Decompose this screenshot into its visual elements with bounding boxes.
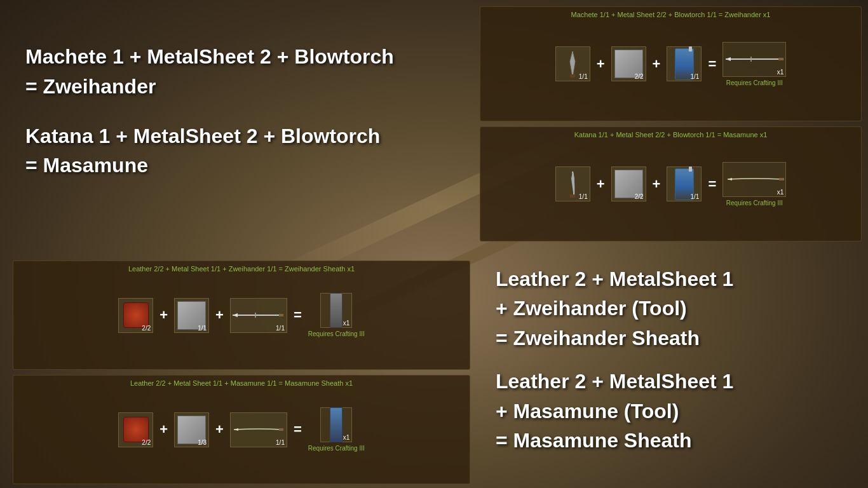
zweihander-sheath-count: x1 [343, 320, 350, 327]
metalsheet-count-3: 1/1 [198, 325, 207, 332]
zweihander-sheath-ingredients: 2/2 + 1/1 + [20, 278, 463, 353]
equals-2: = [708, 176, 716, 193]
masamune-sheath-result: x1 Requires Crafting III [308, 407, 365, 452]
equals-1: = [708, 56, 716, 72]
top-right-panels: Machete 1/1 + Metal Sheet 2/2 + Blowtorc… [477, 0, 868, 248]
metalsheet-ingredient-2: 2/2 [611, 166, 646, 201]
blowtorch-ingredient-1: 1/1 [667, 46, 702, 81]
svg-rect-13 [279, 314, 283, 316]
metalsheet-icon-box-1: 2/2 [611, 46, 646, 81]
sheath-recipe2-line1: Leather 2 + MetalSheet 1 [496, 369, 855, 393]
bottom-right-text: Leather 2 + MetalSheet 1 + Zweihander (T… [477, 254, 868, 488]
svg-marker-15 [234, 428, 238, 431]
svg-rect-16 [279, 428, 283, 431]
top-left-text: Machete 1 + MetalSheet 2 + Blowtorch = Z… [0, 0, 477, 248]
masamune-recipe-panel: Katana 1/1 + Metal Sheet 2/2 + Blowtorch… [480, 126, 862, 241]
metalsheet-icon-box-3: 1/1 [174, 298, 209, 333]
zweihander-tool-icon [231, 309, 285, 321]
zweihander-tool-count: 1/1 [276, 325, 285, 332]
recipe1-line2: = Zweihander [25, 74, 464, 98]
masamune-result-count: x1 [777, 189, 784, 196]
plus-1: + [597, 56, 605, 72]
blowtorch-count-2: 1/1 [691, 193, 700, 200]
masamune-ingredients: 1/1 + 2/2 + [487, 144, 855, 224]
masamune-sheath-title: Leather 2/2 + Metal Sheet 1/1 + Masamune… [20, 379, 463, 387]
blowtorch-ingredient-2: 1/1 [667, 166, 702, 201]
machete-count: 1/1 [579, 73, 588, 80]
svg-rect-8 [570, 194, 575, 198]
svg-rect-5 [778, 58, 783, 60]
sheath-recipe1-line1: Leather 2 + MetalSheet 1 [496, 267, 855, 291]
sheath-recipe1-line3: = Zweihander Sheath [496, 326, 855, 350]
svg-marker-9 [728, 178, 732, 180]
plus-5: + [159, 307, 168, 323]
masamune-result-icon: x1 [722, 162, 786, 197]
leather-icon-box-2: 2/2 [118, 412, 153, 447]
zweihander-result-icon: x1 [722, 42, 786, 77]
plus-2: + [653, 56, 661, 72]
masamune-tool-count: 1/1 [276, 439, 285, 446]
masamune-requires: Requires Crafting III [726, 200, 783, 207]
masamune-sheath-ingredients: 2/2 + 1/3 + [20, 392, 463, 467]
metalsheet-icon-box-2: 2/2 [611, 166, 646, 201]
zweihander-sheath-requires: Requires Crafting III [308, 330, 365, 337]
svg-rect-2 [570, 74, 575, 78]
masamune-sheath-panel: Leather 2/2 + Metal Sheet 1/1 + Masamune… [13, 375, 470, 484]
masamune-sheath-result-icon: x1 [320, 407, 352, 442]
zweihander-tool-ingredient: 1/1 [230, 298, 287, 333]
svg-marker-1 [570, 51, 575, 77]
plus-6: + [215, 307, 224, 323]
svg-marker-4 [726, 57, 731, 61]
zweihander-sheath-result-icon: x1 [320, 293, 352, 328]
masamune-tool-icon-box: 1/1 [230, 412, 287, 447]
svg-marker-12 [233, 313, 238, 317]
zweihander-sheath-panel: Leather 2/2 + Metal Sheet 1/1 + Zweihand… [13, 261, 470, 370]
sheath-recipe1-line2: + Zweihander (Tool) [496, 296, 855, 320]
plus-4: + [653, 176, 661, 193]
recipe2-line1: Katana 1 + MetalSheet 2 + Blowtorch [25, 124, 464, 148]
plus-7: + [159, 421, 168, 438]
leather-ingredient-2: 2/2 [118, 412, 153, 447]
blowtorch-count-1: 1/1 [691, 73, 700, 80]
zweihander-result-count: x1 [777, 69, 784, 76]
bottom-left-panels: Leather 2/2 + Metal Sheet 1/1 + Zweihand… [0, 254, 477, 488]
leather-icon-box-1: 2/2 [118, 298, 153, 333]
equals-4: = [294, 421, 302, 438]
zweihander-ingredients: 1/1 + 2/2 + [487, 24, 855, 104]
zweihander-panel-title: Machete 1/1 + Metal Sheet 2/2 + Blowtorc… [487, 11, 855, 18]
zweihander-requires: Requires Crafting III [726, 79, 783, 86]
zweihander-tool-icon-box: 1/1 [230, 298, 287, 333]
masamune-sheath-count: x1 [343, 434, 350, 441]
recipe2-line2: = Masamune [25, 153, 464, 177]
masamune-result: x1 Requires Crafting III [722, 162, 786, 207]
katana-ingredient: 1/1 [555, 166, 590, 201]
masamune-panel-title: Katana 1/1 + Metal Sheet 2/2 + Blowtorch… [487, 131, 855, 139]
metalsheet-count-1: 2/2 [635, 73, 644, 80]
sheath-icon-2 [330, 407, 342, 442]
zweihander-sword-icon [724, 53, 785, 65]
equals-3: = [294, 307, 302, 323]
plus-8: + [215, 421, 224, 438]
machete-ingredient: 1/1 [555, 46, 590, 81]
zweihander-sheath-title: Leather 2/2 + Metal Sheet 1/1 + Zweihand… [20, 265, 463, 273]
leather-count-1: 2/2 [142, 325, 151, 332]
metalsheet-ingredient-3: 1/1 [174, 298, 209, 333]
recipe1-line1: Machete 1 + MetalSheet 2 + Blowtorch [25, 44, 464, 69]
sheath-icon-1 [330, 293, 342, 328]
sheath-recipe2-line3: = Masamune Sheath [496, 428, 855, 452]
zweihander-recipe-panel: Machete 1/1 + Metal Sheet 2/2 + Blowtorc… [480, 6, 862, 121]
metalsheet-count-4: 1/3 [198, 439, 207, 446]
svg-rect-10 [779, 178, 784, 180]
metalsheet-icon-box-4: 1/3 [174, 412, 209, 447]
top-section: Machete 1 + MetalSheet 2 + Blowtorch = Z… [0, 0, 868, 248]
masamune-tool-icon [231, 424, 285, 435]
metalsheet-ingredient-4: 1/3 [174, 412, 209, 447]
blowtorch-icon-box-2: 1/1 [667, 166, 702, 201]
masamune-sheath-requires: Requires Crafting III [308, 445, 365, 452]
main-layout: Machete 1 + MetalSheet 2 + Blowtorch = Z… [0, 0, 868, 488]
metalsheet-ingredient-1: 2/2 [611, 46, 646, 81]
sheath-recipe2-line2: + Masamune (Tool) [496, 399, 855, 423]
plus-3: + [597, 176, 605, 193]
leather-ingredient-1: 2/2 [118, 298, 153, 333]
masamune-tool-ingredient: 1/1 [230, 412, 287, 447]
